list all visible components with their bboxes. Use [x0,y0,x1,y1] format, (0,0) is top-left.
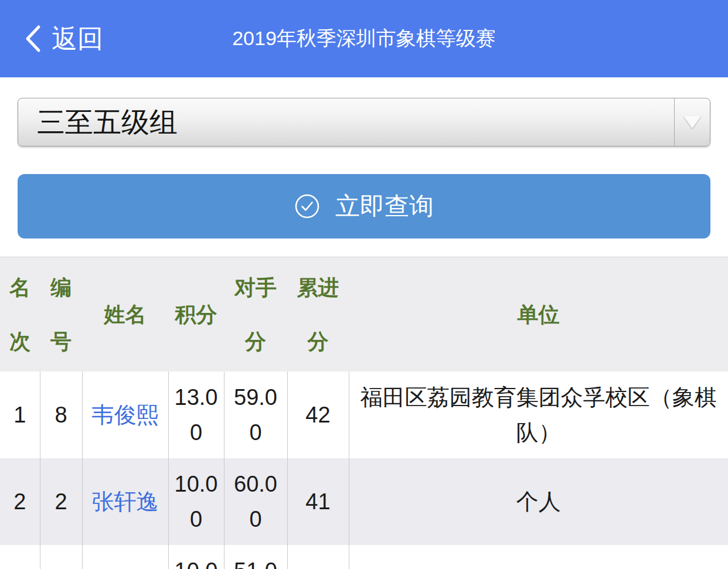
results-table: 名次编号姓名积分对手分累进分单位 18韦俊熙13.0059.0042福田区荔园教… [0,257,728,569]
cell-progressive_points: 42 [287,372,349,458]
cell-unit: 个人 [349,458,728,545]
cell-rank: 3 [0,545,40,569]
col-header-rank: 名次 [0,257,40,372]
back-button[interactable]: 返回 [23,24,103,53]
cell-points: 10.00 [168,545,224,569]
cell-rank: 2 [0,458,40,545]
group-select-value: 三至五级组 [18,104,674,141]
cell-progressive_points: 41 [287,458,349,545]
player-name-link[interactable]: 韦俊熙 [92,403,159,427]
back-label: 返回 [52,26,103,52]
query-button[interactable]: 立即查询 [18,174,710,238]
cell-opponent_points: 60.00 [224,458,287,545]
cell-points: 13.00 [168,372,224,458]
table-header-row: 名次编号姓名积分对手分累进分单位 [0,257,728,372]
cell-opponent_points: 51.00 [224,545,287,569]
cell-points: 10.00 [168,458,224,545]
cell-name: 刘博 [82,545,168,569]
query-button-label: 立即查询 [335,194,434,219]
col-header-opponent_points: 对手分 [224,257,287,372]
cell-number: 8 [40,372,82,458]
chevron-down-icon [683,116,701,128]
check-circle-icon [294,193,320,219]
player-name-link[interactable]: 张轩逸 [92,489,159,514]
col-header-progressive_points: 累进分 [287,257,349,372]
cell-number: 2 [40,458,82,545]
table-row: 37刘博10.0051.0037个人 [0,545,728,569]
page-title: 2019年秋季深圳市象棋等级赛 [232,25,496,52]
chevron-left-icon [23,24,42,53]
cell-unit: 个人 [349,545,728,569]
col-header-points: 积分 [168,257,224,372]
col-header-name: 姓名 [82,257,168,372]
col-header-unit: 单位 [349,257,728,372]
cell-rank: 1 [0,372,40,458]
col-header-number: 编号 [40,257,82,372]
group-select[interactable]: 三至五级组 [18,98,710,146]
table-row: 18韦俊熙13.0059.0042福田区荔园教育集团众孚校区（象棋队） [0,372,728,458]
cell-name: 张轩逸 [82,458,168,545]
results-table-container: 名次编号姓名积分对手分累进分单位 18韦俊熙13.0059.0042福田区荔园教… [0,257,728,569]
cell-name: 韦俊熙 [82,372,168,458]
nav-bar: 返回 2019年秋季深圳市象棋等级赛 [0,0,728,77]
group-select-arrow-zone[interactable] [674,98,710,146]
cell-unit: 福田区荔园教育集团众孚校区（象棋队） [349,372,728,458]
cell-progressive_points: 37 [287,545,349,569]
table-row: 22张轩逸10.0060.0041个人 [0,458,728,545]
cell-opponent_points: 59.00 [224,372,287,458]
cell-number: 7 [40,545,82,569]
